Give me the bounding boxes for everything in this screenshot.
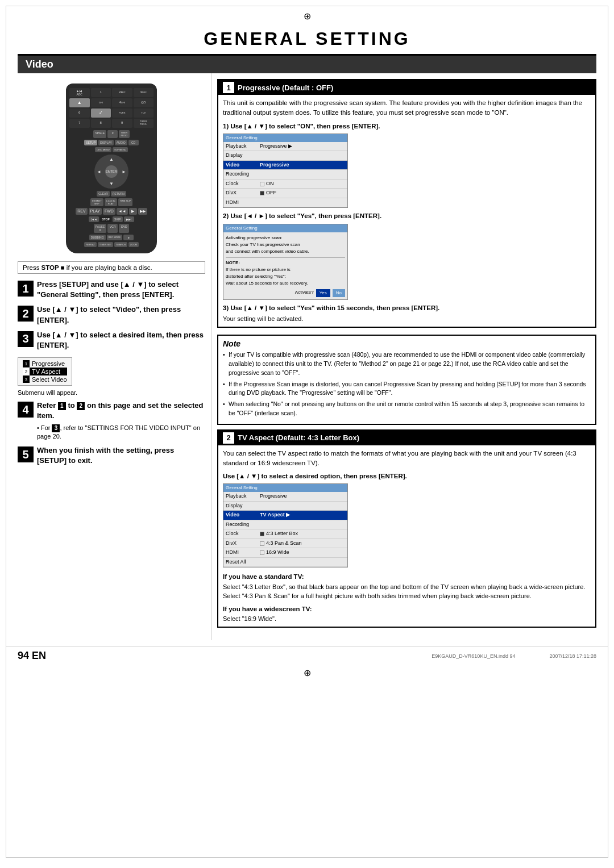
- gs2-disp-left: Display: [226, 502, 260, 510]
- standard-tv-title: If you have a standard TV:: [223, 572, 591, 582]
- step-5: 5 When you finish with the setting, pres…: [18, 445, 205, 466]
- remote-btn-8: 8: [91, 119, 111, 128]
- activate-footer: Activate? Yes No: [226, 289, 345, 297]
- remote-btn-dubbing: DUBBING: [89, 235, 106, 240]
- gs-row-rec-right: [260, 170, 345, 178]
- substep-2-label: 2) Use [◄ / ►] to select "Yes", then pre…: [223, 211, 591, 221]
- gs2-radio-ps: [260, 541, 264, 546]
- step-3: 3 Use [▲ / ▼] to select a desired item, …: [18, 330, 205, 350]
- remote-row-stop: |◄◄ STOP SKIP ▶▶|: [69, 216, 154, 222]
- activate-note: NOTE: If there is no picture or picture …: [226, 257, 345, 287]
- remote-btn-timer-set: TIMER SET: [98, 242, 113, 247]
- remote-btn-space: SPACE: [93, 130, 106, 138]
- gs-row-hdmi-right: [260, 199, 345, 207]
- reg-mark-top: ⊕: [6, 6, 608, 23]
- note-item-3: When selecting "No" or not pressing any …: [223, 400, 591, 418]
- note-title: Note: [223, 339, 591, 348]
- right-column: 1 Progressive (Default : OFF) This unit …: [211, 73, 596, 640]
- remote-row-clear: CLEAR RETURN: [69, 191, 154, 197]
- widescreen-tv-title: If you have a widescreen TV:: [223, 604, 591, 614]
- main-content: ▶|◀ABC 1 2ABC 3DEF ▲ GHI 4GHI ◎5 6 ✓ PQR…: [18, 73, 596, 640]
- remote-btn-skip: SKIP: [113, 216, 123, 222]
- gs-option-on: ON: [260, 180, 345, 188]
- remote-btn-7: 7: [69, 119, 90, 128]
- gs-row-pb-left: Playback: [226, 143, 260, 151]
- standard-tv-section: If you have a standard TV: Select "4:3 L…: [223, 572, 591, 600]
- gs2-resetall-right: [260, 558, 345, 566]
- note-box: Note If your TV is compatible with progr…: [217, 335, 596, 424]
- submenu-num-3: 3: [23, 376, 30, 383]
- remote-btn-check: ✓: [91, 108, 111, 118]
- step-2: 2 Use [▲ / ▼] to select "Video", then pr…: [18, 304, 205, 325]
- step-2-text: Use [▲ / ▼] to select "Video", then pres…: [37, 304, 205, 325]
- remote-row-instant: INSTANTSKIP 1.3x/0.8xPLAY TIME SLIP: [69, 198, 154, 206]
- gs2-clk-left: Clock: [226, 530, 260, 538]
- dpad-down: ▼: [109, 181, 114, 186]
- section-2-badge: 2: [223, 432, 234, 444]
- footer-file: E9KGAUD_D-VR610KU_EN.indd 94: [432, 653, 515, 659]
- gs2-hdmi-left: HDMI: [226, 549, 260, 557]
- remote-btn-stop: STOP: [100, 216, 111, 222]
- activate-yes[interactable]: Yes: [316, 289, 330, 297]
- gs2-row-clock: Clock 4:3 Letter Box: [223, 529, 347, 539]
- remote-btn-0: 0: [107, 130, 118, 138]
- gs2-row-playback: Playback Progressive: [223, 492, 347, 502]
- gs2-resetall-left: Reset All: [226, 558, 260, 566]
- step-5-text: When you finish with the setting, press …: [37, 445, 205, 466]
- submenu-caption: Submenu will appear.: [18, 389, 205, 396]
- remote-btn-pause: PAUSEII: [94, 224, 107, 233]
- submenu-label-2: TV Aspect: [32, 368, 60, 375]
- section-tv-aspect-header: 2 TV Aspect (Default: 4:3 Letter Box): [218, 431, 595, 445]
- page-outer: ⊕ GENERAL SETTING Video ▶|◀ABC 1 2ABC 3D…: [6, 6, 608, 858]
- note-item-1: If your TV is compatible with progressiv…: [223, 350, 591, 377]
- gs2-row-display: Display: [223, 502, 347, 511]
- remote-btn-4: 4GHI: [112, 98, 132, 107]
- remote-btn-audio: AUDIO: [115, 140, 127, 145]
- remote-btn-dvd: DVD: [119, 224, 129, 233]
- remote-row-space: SPACE 0 TIMERPROG: [69, 130, 154, 138]
- remote-btn-next: ▶▶|: [124, 216, 134, 222]
- submenu-label-1: Progressive: [32, 360, 65, 367]
- remote-btn-timerp: TIMERPROG: [119, 130, 129, 138]
- remote-btn-rev: REV: [76, 208, 87, 215]
- remote-btn-play2: ▶: [129, 208, 137, 215]
- gs2-vid-right: TV Aspect ▶: [260, 511, 345, 519]
- gs-radio-on: [260, 182, 264, 186]
- gs2-pb-left: Playback: [226, 493, 260, 500]
- gs-dialog-1-title: General Setting: [223, 134, 347, 142]
- steps-area: 1 Press [SETUP] and use [▲ / ▼] to selec…: [18, 277, 205, 466]
- gs-dialog-1: General Setting Playback Progressive ▶ D…: [223, 133, 348, 208]
- section-2-substep-label: Use [▲ / ▼] to select a desired option, …: [223, 471, 591, 481]
- reg-mark-bottom: ⊕: [6, 665, 608, 681]
- gs2-divx-left: DivX: [226, 540, 260, 548]
- remote-btn-play-speed: 1.3x/0.8xPLAY: [105, 198, 117, 206]
- submenu-num-2: 2: [23, 368, 30, 375]
- remote-transport: REV PLAY FWD ◄◄ ▶ ▶▶: [69, 208, 154, 215]
- gs-row-rec-left: Recording: [226, 170, 260, 178]
- gs2-clk-right: 4:3 Letter Box: [260, 530, 345, 538]
- step-5-number: 5: [18, 446, 34, 462]
- remote-btn-repeat: REPEAT: [84, 242, 97, 247]
- dpad-right: ►: [122, 169, 126, 174]
- gs2-radio-lb: [260, 532, 264, 536]
- submenu-label-3: Select Video: [32, 376, 67, 383]
- footer-meta: E9KGAUD_D-VR610KU_EN.indd 94 2007/12/18 …: [432, 653, 596, 659]
- gs-row-disp-right: [260, 152, 345, 160]
- gs2-rec-left: Recording: [226, 521, 260, 529]
- section-progressive: 1 Progressive (Default : OFF) This unit …: [217, 79, 596, 328]
- left-column: ▶|◀ABC 1 2ABC 3DEF ▲ GHI 4GHI ◎5 6 ✓ PQR…: [18, 73, 211, 640]
- section-header: Video: [18, 56, 596, 73]
- gs-row-divx-left: DivX: [226, 189, 260, 197]
- remote-btn-ff: ▶▶: [138, 208, 147, 215]
- activate-no[interactable]: No: [333, 289, 345, 297]
- submenu-item-1: 1 Progressive: [23, 360, 67, 368]
- remote-btn-instant: INSTANTSKIP: [90, 198, 103, 206]
- remote-btn-prev: |◄◄: [89, 216, 99, 222]
- remote-btn-rw: ◄◄: [117, 208, 128, 215]
- remote-row-repeat: REPEAT TIMER SET SEARCH ZOOM: [69, 242, 154, 247]
- remote-row-vcr: PAUSEII VCR DVD: [69, 224, 154, 233]
- gs-row-video-hl: Video Progressive: [223, 161, 347, 170]
- activate-note-label: NOTE:: [226, 260, 345, 266]
- ref-num-2: 2: [77, 402, 85, 410]
- step-4-number: 4: [18, 402, 34, 418]
